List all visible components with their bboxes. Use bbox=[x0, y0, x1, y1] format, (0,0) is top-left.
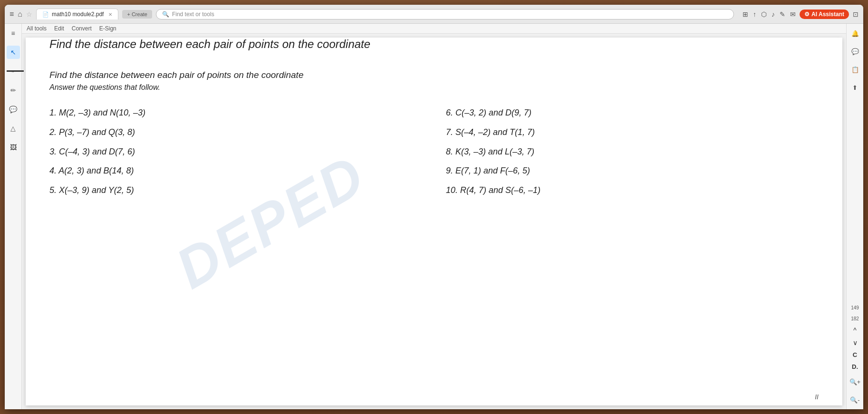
annotation-icon[interactable]: ✒ bbox=[7, 65, 20, 78]
question-1: 1. M(2, –3) and N(10, –3) bbox=[49, 103, 427, 123]
highlight-tool-icon[interactable]: ✏ bbox=[7, 84, 20, 97]
page-partial-header: Find the distance between each pair of p… bbox=[49, 38, 819, 51]
right-sidebar: 🔔 💬 📋 ⬆ 149 182 ^ ∨ C D. 🔍+ 🔍- bbox=[846, 24, 863, 409]
ai-assistant-label: AI Assistant bbox=[811, 11, 844, 18]
question-5: 5. X(–3, 9) and Y(2, 5) bbox=[49, 181, 427, 200]
search-icon: 🔍 bbox=[162, 11, 169, 18]
sidebar-clipboard-icon[interactable]: 📋 bbox=[849, 63, 862, 76]
frame-icon[interactable]: ⊞ bbox=[743, 10, 748, 18]
page-number-149: 149 bbox=[851, 305, 859, 311]
browser-window: ≡ ⌂ ☆ 📄 math10 module2.pdf ✕ + Create 🔍 … bbox=[5, 5, 863, 409]
address-bar[interactable]: 🔍 Find text or tools bbox=[156, 9, 734, 19]
question-6: 6. C(–3, 2) and D(9, 7) bbox=[446, 103, 823, 123]
question-8: 8. K(3, –3) and L(–3, 7) bbox=[446, 142, 823, 162]
e-sign-item[interactable]: E-Sign bbox=[99, 25, 116, 32]
tab-label: math10 module2.pdf bbox=[52, 11, 104, 18]
zoom-in-icon[interactable]: 🔍+ bbox=[849, 375, 862, 388]
ai-assistant-button[interactable]: ⚙ AI Assistant bbox=[800, 10, 849, 19]
page-number-182: 182 bbox=[851, 316, 859, 322]
scroll-down-button[interactable]: ∨ bbox=[853, 339, 858, 347]
navigate-up-icon[interactable]: ↑ bbox=[753, 10, 756, 18]
new-tab-button[interactable]: + Create bbox=[122, 10, 152, 19]
ai-icon: ⚙ bbox=[804, 11, 810, 18]
comment-icon[interactable]: 💬 bbox=[7, 103, 20, 116]
mail-icon[interactable]: ✉ bbox=[790, 10, 796, 18]
letter-c-button[interactable]: C bbox=[853, 351, 857, 358]
question-10: 10. R(4, 7) and S(–6, –1) bbox=[446, 181, 823, 200]
image-tool-icon[interactable]: 🖼 bbox=[7, 141, 20, 154]
top-tools-bar: All tools Edit Convert E-Sign bbox=[22, 24, 846, 34]
tab-pdf-icon: 📄 bbox=[42, 11, 49, 18]
convert-item[interactable]: Convert bbox=[72, 25, 92, 32]
hamburger-icon[interactable]: ≡ bbox=[10, 10, 14, 19]
question-9: 9. E(7, 1) and F(–6, 5) bbox=[446, 161, 823, 181]
pdf-viewer: ≡ ↖ ✒ ✏ 💬 △ 🖼 All tools Edit Convert E-S… bbox=[5, 24, 863, 409]
left-toolbar: ≡ ↖ ✒ ✏ 💬 △ 🖼 bbox=[5, 24, 22, 409]
tab-close-button[interactable]: ✕ bbox=[108, 12, 112, 17]
bottom-page-cursor: II bbox=[815, 393, 819, 401]
left-column: 1. M(2, –3) and N(10, –3) 2. P(3, –7) an… bbox=[49, 103, 427, 200]
questions-grid: 1. M(2, –3) and N(10, –3) 2. P(3, –7) an… bbox=[49, 103, 823, 200]
address-bar-area: 🔍 Find text or tools bbox=[156, 9, 734, 19]
edit-item[interactable]: Edit bbox=[54, 25, 64, 32]
sidebar-notification-icon[interactable]: 🔔 bbox=[849, 27, 862, 40]
letter-d-button[interactable]: D. bbox=[852, 363, 858, 370]
zoom-out-icon[interactable]: 🔍- bbox=[849, 393, 862, 406]
audio-icon[interactable]: ♪ bbox=[772, 10, 775, 18]
pen-icon[interactable]: ✎ bbox=[780, 10, 785, 18]
page-header: Find the distance between each pair of p… bbox=[49, 70, 823, 80]
pdf-content-area: All tools Edit Convert E-Sign DEPED Find… bbox=[22, 24, 846, 409]
page-subheader: Answer the questions that follow. bbox=[49, 83, 823, 92]
browser-toolbar-icons: ⊞ ↑ ⬡ ♪ ✎ ✉ bbox=[743, 10, 796, 18]
right-column: 6. C(–3, 2) and D(9, 7) 7. S(–4, –2) and… bbox=[446, 103, 823, 200]
pdf-page: DEPED Find the distance between each pai… bbox=[26, 38, 842, 405]
scroll-up-button[interactable]: ^ bbox=[853, 327, 857, 334]
home-icon[interactable]: ⌂ bbox=[18, 10, 22, 19]
sidebar-bookmark-icon[interactable] bbox=[849, 99, 862, 112]
print-icon[interactable]: ⬡ bbox=[761, 10, 767, 18]
browser-topbar: ≡ ⌂ ☆ 📄 math10 module2.pdf ✕ + Create 🔍 … bbox=[5, 5, 863, 24]
address-bar-text: Find text or tools bbox=[172, 11, 214, 18]
favorite-star-icon: ☆ bbox=[26, 10, 32, 18]
shapes-icon[interactable]: △ bbox=[7, 122, 20, 135]
question-7: 7. S(–4, –2) and T(1, 7) bbox=[446, 123, 823, 142]
all-tools-item[interactable]: All tools bbox=[27, 25, 47, 32]
active-tab[interactable]: 📄 math10 module2.pdf ✕ bbox=[36, 9, 118, 19]
sidebar-share-icon[interactable]: ⬆ bbox=[849, 81, 862, 94]
cursor-tool-icon[interactable]: ↖ bbox=[7, 46, 20, 59]
question-3: 3. C(–4, 3) and D(7, 6) bbox=[49, 142, 427, 162]
expand-icon[interactable]: ⊡ bbox=[853, 10, 858, 18]
sidebar-comment-icon[interactable]: 💬 bbox=[849, 45, 862, 58]
menu-icon[interactable]: ≡ bbox=[7, 27, 20, 40]
question-4: 4. A(2, 3) and B(14, 8) bbox=[49, 161, 427, 181]
question-2: 2. P(3, –7) and Q(3, 8) bbox=[49, 123, 427, 142]
